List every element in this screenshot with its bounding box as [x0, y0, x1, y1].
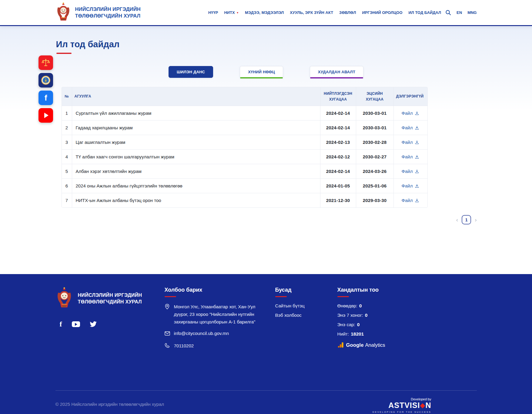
footer-link-2[interactable]: Вэб холбоос [275, 313, 337, 318]
pagination-prev-icon[interactable]: ‹ [456, 217, 458, 223]
tab-label: ШИЛЭН ДАНС [177, 70, 205, 74]
table-row: 62024 оны Ажлын албаны гүйцэтгэлийн төлө… [62, 179, 427, 193]
nav-item-7[interactable]: ИЛ ТОД БАЙДАЛ [408, 10, 441, 15]
main-nav: НҮҮРНИТХ▼МЭДЭЭ, МЭДЭЭЛЭЛХУУЛЬ, ЭРХ ЗҮЙН … [208, 10, 441, 15]
row-published-date: 2024-02-14 [320, 121, 356, 135]
row-content: Гадаад харилцааны журам [72, 121, 320, 135]
page-title: Ил тод байдал [56, 39, 477, 49]
row-published-date: 2024-02-12 [320, 150, 356, 164]
file-download-link[interactable]: Файл [402, 154, 420, 159]
mail-icon [165, 330, 170, 338]
site-title: НИЙСЛЭЛИЙН ИРГЭДИЙН ТӨЛӨӨЛӨГЧДИЙН ХУРАЛ [75, 6, 141, 19]
transparency-table: № АГУУЛГА НИЙТЛЭГДСЭН ХУГАЦАА ЭЦСИЙН ХУГ… [62, 87, 428, 208]
visit-stat: Нийт:18201 [337, 331, 431, 337]
row-content: НИТХ-ын Ажлын албаны бүтэц орон тоо [72, 193, 320, 208]
facebook-icon[interactable]: f [38, 91, 53, 105]
col-header-content: АГУУЛГА [72, 87, 320, 106]
file-download-link[interactable]: Файл [402, 140, 420, 145]
search-icon[interactable] [445, 10, 451, 15]
footer-contact-column: Холбоо барих Монгол Улс, Улаанбаатар хот… [165, 287, 275, 387]
footer-brand-column: НИЙСЛЭЛИЙН ИРГЭДИЙН ТӨЛӨӨЛӨГЧДИЙН ХУРАЛ … [55, 287, 165, 387]
red-underline [165, 296, 176, 297]
row-details-cell: Файл [393, 164, 427, 179]
main-content: f Ил тод байдал ШИЛЭН ДАНСХҮНИЙ НӨӨЦХУДА… [0, 26, 532, 274]
row-deadline-date: 2030-02-27 [356, 150, 393, 164]
table-row: 3Цаг ашиглалтын журам2024-02-132030-02-2… [62, 135, 427, 150]
twitter-icon[interactable] [90, 321, 97, 327]
address-text: Монгол Улс, Улаанбаатар хот, Хан-Уул дүү… [174, 303, 265, 326]
footer-other-links: Сайтын бүтэцВэб холбоос [275, 303, 337, 318]
table-row: 5Албан хэрэг хөтлөлтийн журам2024-02-142… [62, 164, 427, 179]
nav-item-1[interactable]: НҮҮР [208, 10, 218, 15]
download-icon [415, 140, 419, 144]
title-underline [56, 53, 72, 54]
pagination-page-1[interactable]: 1 [462, 215, 471, 224]
row-details-cell: Файл [393, 135, 427, 150]
astvision-logo[interactable]: Developed by ASTVISIN DEVELOPING FOR THE… [373, 397, 431, 413]
file-download-link[interactable]: Файл [402, 111, 420, 116]
site-brand[interactable]: НИЙСЛЭЛИЙН ИРГЭДИЙН ТӨЛӨӨЛӨГЧДИЙН ХУРАЛ [55, 2, 141, 23]
row-deadline-date: 2029-03-30 [356, 193, 393, 208]
download-icon [415, 111, 419, 115]
nav-tools: EN MNG [445, 10, 477, 15]
row-number: 1 [62, 106, 72, 121]
lang-mng[interactable]: MNG [467, 10, 477, 15]
phone-link[interactable]: 70110202 [174, 342, 194, 350]
copyright-text: © 2025 Нийслэлийн иргэдийн төлөөлөгчдийн… [55, 397, 164, 407]
row-published-date: 2024-02-14 [320, 106, 356, 121]
row-number: 7 [62, 193, 72, 208]
row-deadline-date: 2024-03-26 [356, 164, 393, 179]
facebook-icon[interactable]: f [60, 320, 62, 328]
floating-social-sidebar: f [38, 55, 53, 123]
tab-1[interactable]: ШИЛЭН ДАНС [169, 66, 213, 78]
file-download-link[interactable]: Файл [402, 198, 420, 203]
pagination-next-icon[interactable]: › [475, 217, 477, 223]
file-download-link[interactable]: Файл [402, 125, 420, 130]
row-details-cell: Файл [393, 150, 427, 164]
footer-visits-column: Хандалтын тоо Өнөөдөр:0Энэ 7 хоног:0Энэ … [337, 287, 431, 387]
youtube-icon[interactable] [38, 108, 53, 123]
email-link[interactable]: info@citycouncil.ub.gov.mn [174, 330, 229, 338]
footer-social-icons: f [60, 320, 165, 328]
nav-item-5[interactable]: ЗӨВЛӨЛ [339, 10, 356, 15]
download-icon [415, 125, 419, 130]
row-content: Албан хэрэг хөтлөлтийн журам [72, 164, 320, 179]
download-icon [415, 154, 419, 159]
footer-other-column: Бусад Сайтын бүтэцВэб холбоос [275, 287, 337, 387]
nav-item-4[interactable]: ХУУЛЬ, ЭРХ ЗҮЙН АКТ [290, 10, 333, 15]
file-download-link[interactable]: Файл [402, 169, 420, 174]
contact-heading: Холбоо барих [165, 287, 275, 293]
table-row: 1Сургалтын үйл ажиллагааны журам2024-02-… [62, 106, 427, 121]
footer-link-1[interactable]: Сайтын бүтэц [275, 303, 337, 308]
row-deadline-date: 2025-01-06 [356, 179, 393, 193]
col-header-published: НИЙТЛЭГДСЭН ХУГАЦАА [320, 87, 356, 106]
nav-item-2[interactable]: НИТХ▼ [224, 10, 239, 15]
legal-info-scales-icon[interactable] [38, 55, 53, 70]
row-content: Цаг ашиглалтын журам [72, 135, 320, 150]
row-content: Сургалтын үйл ажиллагааны журам [72, 106, 320, 121]
tab-2[interactable]: ХҮНИЙ НӨӨЦ [240, 66, 283, 78]
row-published-date: 2024-02-13 [320, 135, 356, 150]
row-content: 2024 оны Ажлын албаны гүйцэтгэлийн төлөв… [72, 179, 320, 193]
location-pin-icon [165, 303, 170, 326]
city-council-crest-logo [55, 2, 71, 23]
lang-en[interactable]: EN [457, 10, 462, 15]
row-number: 3 [62, 135, 72, 150]
youtube-icon[interactable] [72, 321, 80, 327]
row-number: 2 [62, 121, 72, 135]
tab-accent-bar [310, 77, 363, 78]
tab-3[interactable]: ХУДАЛДАН АВАЛТ [310, 66, 363, 78]
red-underline [337, 296, 349, 297]
download-icon [415, 184, 419, 188]
footer-visit-stats: Өнөөдөр:0Энэ 7 хоног:0Энэ сар:0Нийт:1820… [337, 303, 431, 337]
nav-item-3[interactable]: МЭДЭЭ, МЭДЭЭЛЭЛ [245, 10, 284, 15]
footer-site-title: НИЙСЛЭЛИЙН ИРГЭДИЙН ТӨЛӨӨЛӨГЧДИЙН ХУРАЛ [78, 292, 142, 306]
nav-item-6[interactable]: ИРГЭНИЙ ОРОЛЦОО [362, 10, 402, 15]
state-emblem-icon[interactable] [38, 73, 53, 88]
red-underline [275, 296, 287, 297]
file-download-link[interactable]: Файл [402, 183, 420, 188]
row-deadline-date: 2030-03-01 [356, 106, 393, 121]
row-number: 4 [62, 150, 72, 164]
row-deadline-date: 2030-03-01 [356, 121, 393, 135]
phone-icon [165, 342, 170, 350]
